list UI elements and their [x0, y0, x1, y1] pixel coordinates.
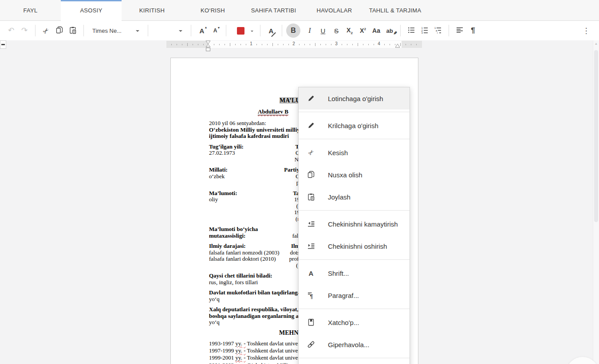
change-case-button[interactable]: Aa	[370, 24, 383, 37]
subscript-icon: X2	[347, 27, 353, 35]
pencil-icon	[307, 94, 315, 102]
tab-asosiy[interactable]: ASOSIY	[61, 0, 122, 21]
italic-button[interactable]: I	[303, 24, 316, 37]
highlight-color-button[interactable]: A	[264, 24, 278, 37]
toolbar-divider	[83, 25, 84, 36]
vertical-scrollbar[interactable]: ▲	[593, 40, 599, 364]
ruler-tick	[390, 44, 390, 45]
font-name-value: Times Ne...	[88, 27, 133, 34]
tab-label: FAYL	[23, 7, 37, 14]
menu-item-shrift[interactable]: AShrift...	[299, 262, 410, 284]
multilevel-list-button[interactable]: 1ai	[431, 24, 445, 37]
pilcrow-button[interactable]: ¶	[466, 24, 480, 37]
ruler-tick	[315, 43, 315, 46]
decrease-font-button[interactable]: A▼	[209, 24, 222, 37]
font-color-dropdown-icon[interactable]	[251, 31, 253, 32]
menu-item-krilchaga-o-girish[interactable]: Krilchaga o'girish	[299, 114, 410, 137]
menu-item-paragraf[interactable]: ¶Paragraf...	[299, 284, 410, 306]
ruler-tick	[363, 44, 363, 45]
tab-stop-icon	[1, 44, 5, 45]
tab-stop-selector[interactable]	[0, 40, 6, 49]
subscript-button[interactable]: X2	[343, 24, 356, 37]
toolbar-divider	[35, 25, 35, 36]
undo-button[interactable]: ↶	[4, 24, 18, 37]
menu-item-label: Nusxa olish	[328, 171, 363, 179]
ruler-tick	[198, 44, 198, 45]
ruler-tick	[358, 43, 358, 46]
toolbar-divider	[449, 25, 449, 36]
scrollbar-thumb[interactable]	[594, 50, 598, 222]
menu-item-joylash[interactable]: Joylash	[299, 186, 410, 208]
menu-item-label: Lotinchaga o'girish	[328, 95, 383, 102]
ruler-tick	[219, 44, 220, 45]
menu-item-chekinishni-kamaytirish[interactable]: Chekinishni kamaytirish	[299, 213, 410, 235]
menu-separator	[299, 309, 410, 309]
align-button[interactable]	[453, 24, 466, 37]
ruler-tick	[283, 44, 284, 45]
ruler-tick	[203, 44, 204, 45]
font-color-swatch	[237, 27, 244, 35]
ruler-tick	[368, 44, 369, 45]
tab-fayl[interactable]: FAYL	[0, 0, 61, 20]
strikethrough-icon: S	[334, 27, 339, 35]
ruler-tick	[230, 43, 230, 46]
first-line-indent-marker[interactable]	[205, 40, 211, 52]
context-menu: Lotinchaga o'girishKrilchaga o'girish✂Ke…	[298, 87, 410, 364]
increase-font-button[interactable]: A▲	[195, 24, 209, 37]
ruler-tick	[320, 44, 321, 45]
ruler-tick	[187, 43, 188, 46]
menu-item-label: Paragraf...	[328, 292, 359, 299]
numbered-list-button[interactable]: 123	[418, 24, 431, 37]
ruler-tick	[267, 44, 268, 45]
redo-button[interactable]: ↷	[18, 24, 31, 37]
increase-indent-icon	[307, 242, 315, 250]
tab-tahlil-tarjima[interactable]: TAHLIL & TARJIMA	[365, 0, 426, 20]
hyperlink-icon	[307, 341, 315, 348]
menu-item-label: Kesish	[328, 149, 348, 157]
ruler-tick	[235, 44, 236, 45]
toolbar-divider	[148, 25, 148, 36]
menu-item-nusxa-olish[interactable]: Nusxa olish	[299, 164, 410, 186]
ruler-tick	[182, 44, 182, 45]
superscript-icon: X2	[360, 27, 366, 34]
ruler-tick	[171, 44, 172, 45]
bullet-list-button[interactable]	[405, 24, 418, 37]
horizontal-ruler[interactable]: 1234	[166, 41, 422, 48]
ruler-tick	[374, 44, 374, 45]
bold-button[interactable]: B	[286, 23, 300, 38]
tab-label: ASOSIY	[80, 7, 102, 14]
strikethrough-button[interactable]: S	[330, 24, 343, 37]
superscript-button[interactable]: X2	[356, 24, 370, 37]
svg-text:3: 3	[422, 31, 423, 34]
menu-item-kesish[interactable]: ✂Kesish	[299, 141, 410, 164]
replace-button[interactable]: ab✎	[383, 24, 396, 37]
paste-button[interactable]	[66, 24, 79, 37]
menu-item-chekinishni-oshirish[interactable]: Chekinishni oshirish	[299, 235, 410, 257]
more-options-button[interactable]: ⋮	[579, 24, 593, 37]
toolbar-divider	[191, 25, 191, 36]
ruler-number: 1	[249, 41, 253, 46]
ruler-tick	[278, 44, 278, 45]
tab-kiritish[interactable]: KIRITISH	[122, 0, 182, 20]
undo-icon: ↶	[8, 27, 14, 35]
ruler-tick	[177, 44, 177, 45]
scroll-up-arrow-icon[interactable]: ▲	[593, 42, 599, 46]
highlight-color-icon: A	[269, 27, 274, 35]
scissors-icon: ✂	[307, 149, 315, 157]
menu-item-giperhavola[interactable]: Giperhavola...	[299, 333, 410, 356]
right-indent-marker[interactable]	[395, 43, 400, 48]
tab-sahifa-tartibi[interactable]: SAHIFA TARTIBI	[243, 0, 304, 20]
font-name-select[interactable]: Times Ne...	[88, 24, 144, 37]
tab-label: SAHIFA TARTIBI	[251, 7, 296, 14]
font-size-select[interactable]	[152, 24, 187, 37]
underline-button[interactable]: U	[316, 24, 330, 37]
copy-button[interactable]	[53, 24, 66, 37]
ruler-tick	[240, 44, 241, 45]
tab-havolalar[interactable]: HAVOLALAR	[304, 0, 365, 20]
increase-font-icon: A▲	[200, 27, 205, 35]
menu-item-xatcho-p[interactable]: Xatcho'p...	[299, 311, 410, 333]
cut-button[interactable]: ✂	[39, 24, 53, 37]
tab-ko-rish[interactable]: KO‘RISH	[182, 0, 243, 20]
font-color-button[interactable]	[234, 24, 247, 37]
menu-item-lotinchaga-o-girish[interactable]: Lotinchaga o'girish	[299, 87, 410, 110]
